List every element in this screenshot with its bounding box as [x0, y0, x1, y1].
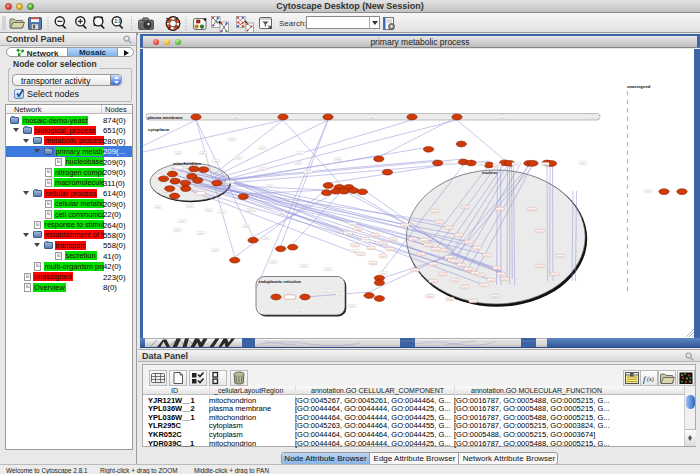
svg-text:endoplasmic reticulum: endoplasmic reticulum [259, 279, 302, 284]
svg-text:cytoplasm: cytoplasm [148, 127, 169, 132]
svg-text:mitochondrion: mitochondrion [173, 161, 202, 166]
svg-text:nucleus: nucleus [482, 170, 498, 175]
svg-text:plasma membrane: plasma membrane [148, 115, 184, 120]
svg-text:(x): (x) [647, 376, 654, 383]
svg-text:1:1: 1:1 [114, 19, 121, 24]
svg-text:unassigned: unassigned [627, 84, 651, 89]
